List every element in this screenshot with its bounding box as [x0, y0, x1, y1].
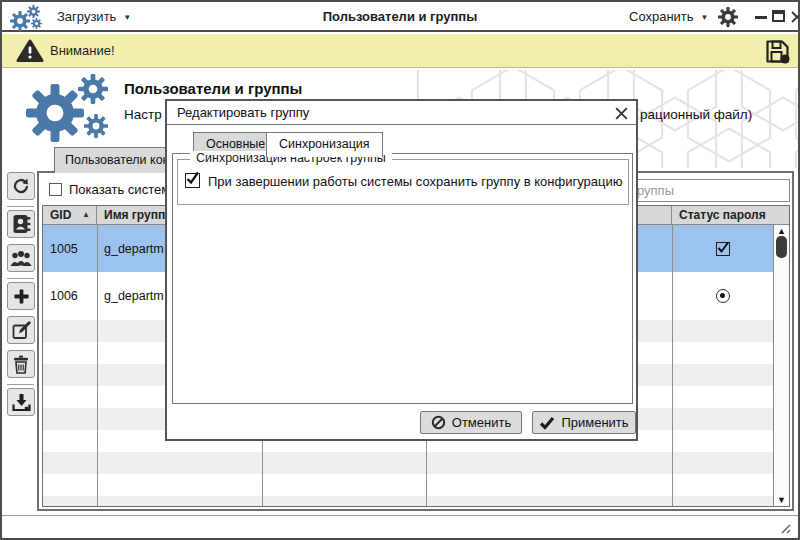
dialog-tab-panel: Синхронизация настроек группы При заверш… [172, 153, 633, 404]
warning-message: Внимание! [50, 34, 115, 68]
cell-gid: 1006 [43, 272, 97, 320]
close-button[interactable] [790, 9, 800, 25]
page-title: Пользователи и группы [124, 80, 302, 97]
page-logo-gears-icon [26, 74, 122, 142]
group-search-input[interactable] [630, 179, 790, 202]
column-header-password-status[interactable]: Статус пароля [672, 206, 773, 225]
plus-icon [13, 288, 30, 305]
refresh-button[interactable] [7, 172, 35, 200]
add-button[interactable] [7, 282, 35, 310]
sidebar-separator [7, 384, 34, 385]
scroll-up-icon[interactable]: ▲ [774, 226, 789, 236]
app-window: Загрузить▼ Пользователи и группы Сохрани… [0, 0, 800, 540]
scroll-down-icon[interactable]: ▼ [774, 495, 789, 505]
warning-bar: Внимание! [2, 34, 798, 68]
user-group-icon [10, 250, 32, 267]
column-divider [97, 225, 98, 506]
cancel-circle-icon [431, 415, 446, 430]
address-book-icon [12, 214, 31, 234]
cell-gid: 1005 [43, 225, 97, 272]
page-subtitle-left: Настр [124, 107, 162, 122]
refresh-icon [12, 177, 30, 195]
show-system-label: Показать систем [69, 182, 170, 197]
maximize-button[interactable] [772, 10, 785, 22]
cell-password-status [672, 272, 773, 320]
cancel-button[interactable]: Отменить [420, 411, 522, 434]
dialog-title: Редактировать группу [167, 101, 636, 125]
apply-check-icon [539, 416, 555, 430]
scrollbar-thumb[interactable] [776, 236, 787, 258]
load-menu-button[interactable]: Загрузить▼ [57, 2, 131, 32]
minimize-button[interactable] [755, 16, 767, 19]
save-on-exit-checkbox[interactable] [185, 173, 200, 188]
delete-button[interactable] [7, 350, 35, 378]
save-on-exit-label: При завершении работы системы сохранить … [208, 174, 623, 189]
page-subtitle-right: рационный файл) [640, 107, 752, 122]
save-config-floppy-icon[interactable] [764, 38, 791, 65]
edit-group-dialog: Редактировать группу Основные Синхрониза… [165, 99, 638, 441]
vertical-scrollbar[interactable]: ▲ ▼ [773, 225, 789, 506]
trash-icon [13, 355, 29, 374]
save-menu-label: Сохранить [629, 9, 694, 24]
apply-button[interactable]: Применить [532, 411, 636, 434]
sync-group-box: Синхронизация настроек группы При заверш… [177, 159, 629, 205]
status-bar [2, 515, 798, 538]
tab-users-config[interactable]: Пользователи кон [54, 147, 182, 173]
edit-button[interactable] [7, 316, 35, 344]
show-system-checkbox[interactable] [49, 183, 62, 196]
save-menu-button[interactable]: Сохранить▼ [629, 2, 709, 32]
address-book-button[interactable] [7, 210, 35, 238]
apply-label: Применить [561, 415, 628, 430]
column-header-gid[interactable]: GID ▲ [43, 206, 97, 225]
cancel-label: Отменить [452, 415, 511, 430]
resize-grip-icon[interactable] [779, 522, 792, 535]
chevron-down-icon: ▼ [123, 13, 131, 22]
cell-password-status [672, 225, 773, 272]
column-divider [672, 225, 673, 506]
sort-asc-icon: ▲ [82, 206, 90, 224]
radio-selected-icon[interactable] [716, 289, 730, 303]
sidebar-separator [7, 206, 34, 207]
dialog-tab-sync[interactable]: Синхронизация [266, 132, 383, 157]
app-logo-gears-icon [10, 5, 50, 31]
title-bar: Загрузить▼ Пользователи и группы Сохрани… [2, 2, 798, 32]
import-button[interactable] [7, 388, 35, 416]
settings-gear-icon[interactable] [718, 7, 738, 27]
warning-triangle-icon [16, 39, 44, 63]
edit-pencil-icon [12, 321, 31, 340]
load-menu-label: Загрузить [57, 9, 116, 24]
column-label: GID [50, 208, 71, 222]
checked-checkbox-icon[interactable] [716, 242, 730, 256]
sidebar-separator [7, 278, 34, 279]
import-down-icon [12, 393, 31, 412]
chevron-down-icon: ▼ [701, 13, 709, 22]
dialog-close-icon[interactable] [614, 106, 629, 121]
user-groups-button[interactable] [7, 244, 35, 272]
